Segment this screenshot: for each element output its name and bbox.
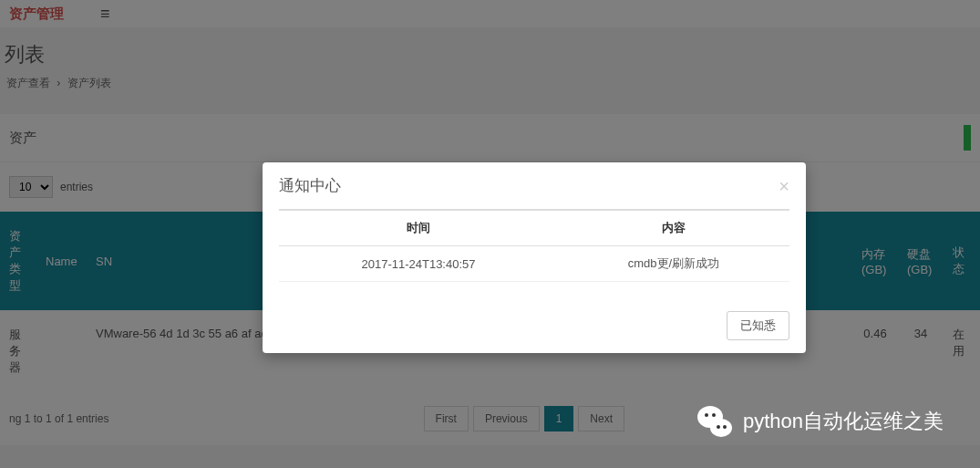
watermark: python自动化运维之美 [696,402,944,441]
close-icon[interactable]: × [779,177,789,195]
modal-body: 时间 内容 2017-11-24T13:40:57 cmdb更/刷新成功 [263,209,806,298]
watermark-text: python自动化运维之美 [743,408,944,435]
notification-row: 2017-11-24T13:40:57 cmdb更/刷新成功 [279,246,789,282]
modal-footer: 已知悉 [263,298,806,353]
th-time: 时间 [279,210,558,246]
acknowledge-button[interactable]: 已知悉 [727,311,789,340]
modal-title: 通知中心 [279,175,341,196]
wechat-icon [696,402,734,441]
cell-time: 2017-11-24T13:40:57 [279,246,558,282]
notification-modal: 通知中心 × 时间 内容 2017-11-24T13:40:57 cmdb更/刷… [263,162,806,353]
modal-header: 通知中心 × [263,162,806,209]
th-content: 内容 [558,210,789,246]
notification-table: 时间 内容 2017-11-24T13:40:57 cmdb更/刷新成功 [279,209,789,282]
cell-content: cmdb更/刷新成功 [558,246,789,282]
